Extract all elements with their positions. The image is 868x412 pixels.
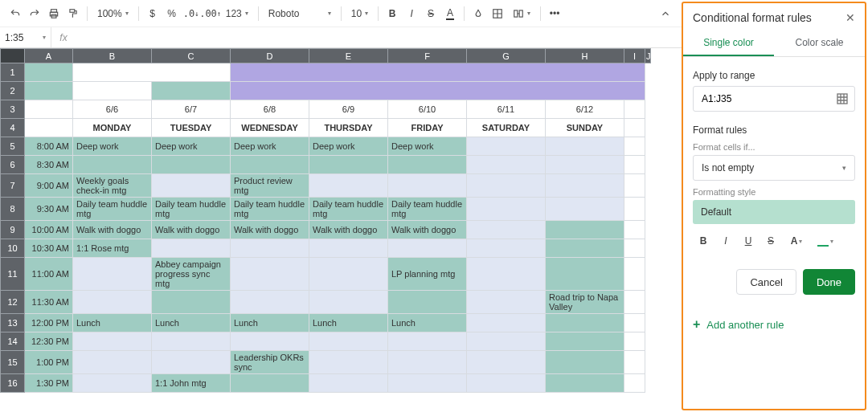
tab-color-scale[interactable]: Color scale: [774, 31, 865, 56]
tab-single-color[interactable]: Single color: [683, 31, 774, 56]
spreadsheet-grid[interactable]: A B C D E F G H I J 1 DAILY SCHEDULE: [0, 48, 682, 412]
schedule-cell[interactable]: [231, 156, 309, 174]
row-header[interactable]: 10: [1, 239, 25, 258]
schedule-cell[interactable]: Road trip to Napa Valley: [546, 291, 624, 314]
schedule-cell[interactable]: [467, 198, 546, 221]
collapse-toolbar-button[interactable]: [656, 4, 675, 23]
schedule-cell[interactable]: [388, 156, 467, 174]
schedule-cell[interactable]: [309, 351, 388, 374]
time-cell[interactable]: 8:00 AM: [25, 137, 73, 156]
redo-button[interactable]: [26, 5, 43, 22]
day-header[interactable]: THURSDAY: [309, 119, 388, 137]
schedule-cell[interactable]: [231, 374, 309, 393]
schedule-cell[interactable]: Walk with doggo: [309, 221, 388, 239]
row-header[interactable]: 3: [1, 100, 25, 119]
fill-color-style-dropdown[interactable]: [812, 230, 839, 251]
schedule-cell[interactable]: Daily team huddle mtg: [309, 198, 388, 221]
week-of-label[interactable]: Week of: June 6: [73, 82, 152, 100]
schedule-cell[interactable]: Deep work: [73, 137, 152, 156]
schedule-cell[interactable]: Deep work: [231, 137, 309, 156]
strike-style-button[interactable]: S: [760, 230, 781, 251]
day-header[interactable]: SATURDAY: [467, 119, 546, 137]
schedule-cell[interactable]: [152, 239, 231, 258]
time-cell[interactable]: 10:00 AM: [25, 221, 73, 239]
date-header[interactable]: 6/10: [388, 100, 467, 119]
schedule-cell[interactable]: Leadership OKRs sync: [231, 351, 309, 374]
time-cell[interactable]: 8:30 AM: [25, 156, 73, 174]
day-header[interactable]: WEDNESDAY: [231, 119, 309, 137]
merge-cells-button[interactable]: ▾: [508, 5, 535, 22]
col-header[interactable]: F: [388, 49, 467, 63]
schedule-cell[interactable]: Walk with doggo: [231, 221, 309, 239]
print-button[interactable]: [45, 5, 63, 22]
schedule-cell[interactable]: [73, 351, 152, 374]
underline-style-button[interactable]: U: [738, 230, 759, 251]
cell[interactable]: [624, 258, 645, 291]
schedule-cell[interactable]: [231, 291, 309, 314]
schedule-cell[interactable]: [309, 156, 388, 174]
schedule-cell[interactable]: [546, 239, 624, 258]
schedule-cell[interactable]: [546, 174, 624, 198]
strikethrough-button[interactable]: S: [422, 5, 440, 22]
schedule-cell[interactable]: [467, 314, 546, 332]
cell[interactable]: [624, 291, 645, 314]
schedule-cell[interactable]: [152, 332, 231, 351]
more-formats-dropdown[interactable]: 123▾: [221, 5, 253, 22]
date-header[interactable]: 6/7: [152, 100, 231, 119]
schedule-cell[interactable]: Product review mtg: [231, 174, 309, 198]
schedule-cell[interactable]: Lunch: [231, 314, 309, 332]
row-header[interactable]: 7: [1, 174, 25, 198]
schedule-cell[interactable]: [546, 314, 624, 332]
schedule-cell[interactable]: 1:1 John mtg: [152, 374, 231, 393]
cancel-button[interactable]: Cancel: [736, 269, 796, 295]
schedule-cell[interactable]: [467, 156, 546, 174]
schedule-cell[interactable]: [309, 258, 388, 291]
day-header[interactable]: FRIDAY: [388, 119, 467, 137]
schedule-cell[interactable]: [73, 374, 152, 393]
schedule-cell[interactable]: [388, 174, 467, 198]
schedule-cell[interactable]: [467, 291, 546, 314]
row-header[interactable]: 6: [1, 156, 25, 174]
schedule-cell[interactable]: [309, 374, 388, 393]
schedule-cell[interactable]: [546, 221, 624, 239]
row-header[interactable]: 14: [1, 332, 25, 351]
borders-button[interactable]: [489, 5, 506, 22]
row-header[interactable]: 2: [1, 82, 25, 100]
schedule-cell[interactable]: [388, 332, 467, 351]
row-header[interactable]: 16: [1, 374, 25, 393]
schedule-cell[interactable]: [467, 258, 546, 291]
date-header[interactable]: 6/12: [546, 100, 624, 119]
col-header[interactable]: C: [152, 49, 231, 63]
schedule-cell[interactable]: LP planning mtg: [388, 258, 467, 291]
date-header[interactable]: 6/8: [231, 100, 309, 119]
paint-format-button[interactable]: [64, 5, 82, 22]
increase-decimal-button[interactable]: .00↑: [202, 5, 219, 22]
date-header[interactable]: 6/6: [73, 100, 152, 119]
row-header[interactable]: 8: [1, 198, 25, 221]
time-cell[interactable]: 12:30 PM: [25, 332, 73, 351]
schedule-cell[interactable]: [388, 239, 467, 258]
col-header[interactable]: B: [73, 49, 152, 63]
col-header[interactable]: G: [467, 49, 546, 63]
schedule-cell[interactable]: [388, 291, 467, 314]
schedule-cell[interactable]: [467, 239, 546, 258]
schedule-cell[interactable]: Deep work: [152, 137, 231, 156]
cell[interactable]: [624, 374, 645, 393]
decrease-decimal-button[interactable]: .0↓: [182, 5, 200, 22]
schedule-cell[interactable]: [309, 291, 388, 314]
schedule-cell[interactable]: [467, 332, 546, 351]
schedule-cell[interactable]: Deep work: [309, 137, 388, 156]
day-header[interactable]: TUESDAY: [152, 119, 231, 137]
col-header[interactable]: A: [25, 49, 73, 63]
cell[interactable]: [624, 314, 645, 332]
currency-button[interactable]: $: [144, 5, 162, 22]
row-header[interactable]: 1: [1, 63, 25, 82]
cell[interactable]: [152, 82, 231, 100]
font-dropdown[interactable]: Roboto▾: [264, 5, 336, 22]
schedule-cell[interactable]: [73, 258, 152, 291]
text-color-style-dropdown[interactable]: A: [783, 230, 810, 251]
schedule-cell[interactable]: [388, 351, 467, 374]
name-box[interactable]: 1:35 ▾: [0, 27, 51, 47]
col-header[interactable]: E: [309, 49, 388, 63]
percent-button[interactable]: %: [163, 5, 181, 22]
